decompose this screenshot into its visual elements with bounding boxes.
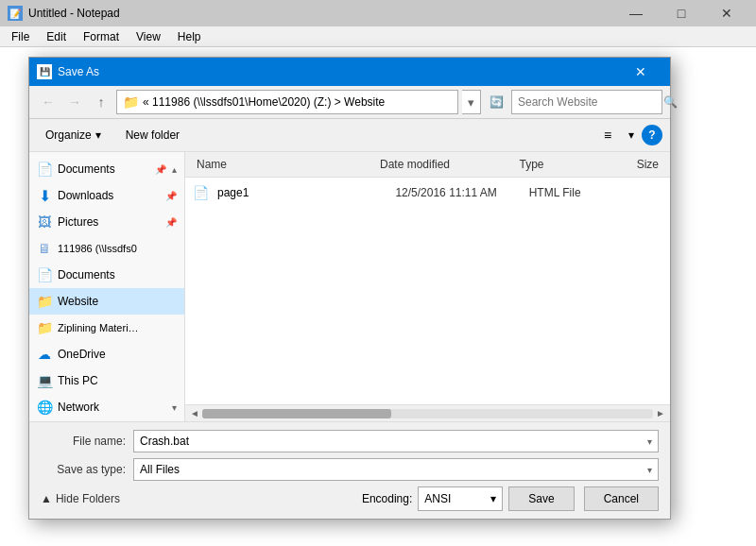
expand-icon[interactable]: ▴: [172, 164, 177, 175]
view-dropdown-icon: ▾: [628, 128, 634, 142]
back-button[interactable]: ←: [37, 91, 60, 113]
sidebar-item-documents2[interactable]: 📄 Documents: [29, 262, 184, 288]
organize-button[interactable]: Organize ▾: [37, 125, 110, 145]
sidebar-item-network-drive[interactable]: 🖥 111986 (\\lssdfs0: [29, 235, 184, 262]
encoding-select[interactable]: ANSI ▾: [418, 486, 503, 511]
file-row[interactable]: 📄 page1 12/5/2016 11:11 AM HTML File: [185, 181, 670, 204]
file-type: HTML File: [529, 186, 618, 199]
sidebar-item-ziplining[interactable]: 📁 Ziplining Materi…: [29, 315, 184, 341]
savetype-select[interactable]: All Files ▾: [133, 458, 659, 481]
sidebar-item-label: Documents: [58, 162, 149, 176]
notepad-menubar: File Edit Format View Help: [0, 26, 756, 47]
sidebar: 📄 Documents 📌 ▴ ⬇ Downloads 📌 🖼 Pictures…: [29, 152, 185, 421]
dialog-close-button[interactable]: ✕: [619, 58, 662, 86]
save-button[interactable]: Save: [508, 486, 574, 511]
col-header-size[interactable]: Size: [611, 156, 663, 173]
dialog-titlebar: 💾 Save As ✕: [29, 58, 670, 86]
filename-input[interactable]: [140, 435, 647, 448]
save-as-dialog: 💾 Save As ✕ ← → ↑ 📁 « 111986 (\\lssdfs01…: [28, 57, 671, 520]
hide-folders-button[interactable]: ▲ Hide Folders: [41, 492, 120, 505]
hide-folders-label: Hide Folders: [56, 492, 120, 505]
notepad-minimize-button[interactable]: —: [614, 0, 658, 26]
sidebar-item-label: OneDrive: [58, 348, 177, 361]
sidebar-item-website[interactable]: 📁 Website: [29, 288, 184, 315]
pictures-icon: 🖼: [37, 214, 52, 230]
savetype-label: Save as type:: [41, 463, 126, 476]
notepad-controls: — □ ✕: [614, 0, 748, 26]
onedrive-icon: ☁: [37, 347, 52, 362]
encoding-label: Encoding:: [362, 492, 412, 505]
new-folder-button[interactable]: New folder: [117, 125, 188, 145]
notepad-titlebar: 📝 Untitled - Notepad — □ ✕: [0, 0, 756, 26]
ziplining-icon: 📁: [37, 320, 52, 335]
search-icon: 🔍: [663, 95, 678, 109]
sidebar-item-documents[interactable]: 📄 Documents 📌 ▴: [29, 156, 184, 182]
file-name: page1: [217, 186, 395, 199]
sidebar-item-label: Ziplining Materi…: [58, 322, 177, 333]
col-header-type[interactable]: Type: [516, 156, 611, 173]
hscroll-track: [202, 409, 653, 418]
forward-button[interactable]: →: [63, 91, 86, 113]
network-icon: 🌐: [37, 400, 52, 415]
filename-label: File name:: [41, 435, 126, 448]
recent-locations-button[interactable]: ▾: [462, 90, 481, 114]
up-button[interactable]: ↑: [90, 91, 112, 113]
path-text: « 111986 (\\lssdfs01\Home\2020) (Z:) > W…: [143, 95, 385, 109]
sidebar-item-pictures[interactable]: 🖼 Pictures 📌: [29, 209, 184, 235]
network-expand-icon[interactable]: ▾: [172, 402, 177, 413]
sidebar-item-label: 111986 (\\lssdfs0: [58, 243, 177, 254]
encoding-value: ANSI: [424, 492, 451, 505]
menu-format[interactable]: Format: [76, 28, 127, 45]
sidebar-item-label: Pictures: [58, 215, 160, 229]
sidebar-item-network[interactable]: 🌐 Network ▾: [29, 394, 184, 420]
savetype-dropdown-icon: ▾: [647, 465, 652, 475]
notepad-maximize-button[interactable]: □: [660, 0, 703, 26]
file-headers: Name Date modified Type Size: [185, 152, 670, 178]
menu-edit[interactable]: Edit: [39, 28, 74, 45]
dialog-bottom: File name: ▾ Save as type: All Files ▾ ▲…: [29, 421, 670, 519]
notepad-title: Untitled - Notepad: [28, 7, 120, 20]
filename-row: File name: ▾: [41, 430, 659, 452]
dialog-title: Save As: [58, 65, 613, 78]
address-path[interactable]: 📁 « 111986 (\\lssdfs01\Home\2020) (Z:) >…: [116, 90, 458, 114]
network-drive-icon: 🖥: [37, 241, 52, 256]
hscroll-thumb[interactable]: [202, 409, 391, 418]
website-icon: 📁: [37, 294, 52, 309]
notepad-icon: 📝: [8, 6, 23, 21]
col-header-date[interactable]: Date modified: [376, 156, 516, 173]
sidebar-item-onedrive[interactable]: ☁ OneDrive: [29, 341, 184, 367]
organize-label: Organize: [45, 128, 92, 142]
hide-folders-icon: ▲: [41, 492, 52, 505]
sidebar-item-this-pc[interactable]: 💻 This PC: [29, 367, 184, 394]
documents2-icon: 📄: [37, 267, 52, 282]
notepad-close-button[interactable]: ✕: [705, 0, 748, 26]
col-header-name[interactable]: Name: [193, 156, 376, 173]
file-list: 📄 page1 12/5/2016 11:11 AM HTML File: [185, 178, 670, 404]
cancel-button[interactable]: Cancel: [584, 486, 659, 511]
file-area: Name Date modified Type Size 📄 page1 12/…: [185, 152, 670, 421]
documents-icon: 📄: [37, 162, 52, 177]
downloads-icon: ⬇: [37, 188, 52, 203]
refresh-button[interactable]: 🔄: [485, 91, 507, 113]
menu-file[interactable]: File: [4, 28, 37, 45]
sidebar-item-label: Network: [58, 401, 166, 414]
path-folder-icon: 📁: [123, 94, 139, 110]
help-button[interactable]: ?: [642, 125, 662, 145]
search-box[interactable]: 🔍: [511, 90, 662, 114]
file-icon: 📄: [193, 185, 212, 200]
menu-view[interactable]: View: [129, 28, 168, 45]
address-bar: ← → ↑ 📁 « 111986 (\\lssdfs01\Home\2020) …: [29, 86, 670, 119]
filename-input-wrapper[interactable]: ▾: [133, 430, 659, 452]
hscroll-area: ◄ ►: [185, 404, 670, 421]
menu-help[interactable]: Help: [170, 28, 209, 45]
search-input[interactable]: [518, 95, 660, 109]
view-button[interactable]: ≡: [594, 123, 621, 147]
organize-arrow: ▾: [95, 128, 101, 142]
hscroll-left-button[interactable]: ◄: [187, 406, 202, 421]
pin-icon: 📌: [165, 191, 177, 201]
savetype-row: Save as type: All Files ▾: [41, 458, 659, 481]
hscroll-right-button[interactable]: ►: [653, 406, 668, 421]
notepad-body: 💾 Save As ✕ ← → ↑ 📁 « 111986 (\\lssdfs01…: [0, 47, 756, 546]
sidebar-item-downloads[interactable]: ⬇ Downloads 📌: [29, 182, 184, 209]
filename-dropdown-icon: ▾: [647, 436, 652, 447]
